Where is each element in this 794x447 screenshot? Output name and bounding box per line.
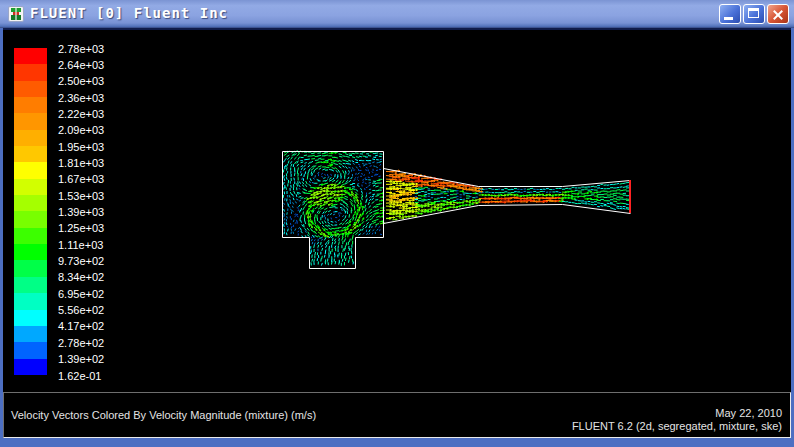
colorbar-segment	[14, 310, 47, 326]
colorbar-segment	[14, 326, 47, 342]
colorbar-segment	[14, 130, 47, 146]
fluent-window: FLUENT [0] Fluent Inc 2.78e+032.64e+032.…	[0, 0, 794, 447]
colorbar-segment	[14, 48, 47, 64]
legend-label: 2.22e+03	[58, 108, 104, 120]
date-label: May 22, 2010	[572, 407, 782, 420]
colorbar-segment	[14, 64, 47, 80]
colorbar-segment	[14, 244, 47, 260]
colorbar-segment	[14, 211, 47, 227]
legend-label: 4.17e+02	[58, 320, 104, 332]
colorbar-segment	[14, 293, 47, 309]
colorbar-segment	[14, 277, 47, 293]
colorbar-segment	[14, 359, 47, 375]
caption-right-block: May 22, 2010 FLUENT 6.2 (2d, segregated,…	[572, 407, 782, 433]
legend-label: 2.50e+03	[58, 75, 104, 87]
legend-label: 1.53e+03	[58, 190, 104, 202]
legend-label: 5.56e+02	[58, 304, 104, 316]
title-bar[interactable]: FLUENT [0] Fluent Inc	[0, 0, 794, 28]
window-controls	[719, 4, 789, 24]
colorbar	[14, 48, 47, 375]
legend-label: 8.34e+02	[58, 271, 104, 283]
window-border-left	[0, 28, 3, 438]
legend-label: 1.67e+03	[58, 173, 104, 185]
legend-label: 2.64e+03	[58, 59, 104, 71]
legend-label: 1.25e+03	[58, 222, 104, 234]
legend-label: 2.78e+02	[58, 337, 104, 349]
legend-label: 2.36e+03	[58, 92, 104, 104]
colorbar-segment	[14, 162, 47, 178]
colorbar-segment	[14, 81, 47, 97]
plot-caption: Velocity Vectors Colored By Velocity Mag…	[11, 409, 316, 421]
colorbar-segment	[14, 228, 47, 244]
legend-label: 1.11e+03	[58, 239, 103, 251]
colorbar-segment	[14, 97, 47, 113]
close-button[interactable]	[767, 4, 789, 24]
legend-label: 1.62e-01	[58, 370, 101, 382]
fluent-logo-icon	[8, 6, 24, 22]
window-title: FLUENT [0] Fluent Inc	[30, 5, 228, 21]
legend-label: 1.81e+03	[58, 157, 104, 169]
legend-label: 1.95e+03	[58, 141, 104, 153]
legend-labels: 2.78e+032.64e+032.50e+032.36e+032.22e+03…	[58, 30, 128, 392]
colorbar-segment	[14, 146, 47, 162]
colorbar-segment	[14, 113, 47, 129]
maximize-button[interactable]	[743, 4, 765, 24]
window-border-bottom	[0, 438, 794, 447]
velocity-vector-plot	[266, 136, 646, 286]
colorbar-segment	[14, 195, 47, 211]
colorbar-segment	[14, 260, 47, 276]
legend-label: 2.78e+03	[58, 43, 104, 55]
legend-label: 1.39e+03	[58, 206, 104, 218]
caption-panel: Velocity Vectors Colored By Velocity Mag…	[3, 392, 791, 438]
solver-label: FLUENT 6.2 (2d, segregated, mixture, ske…	[572, 420, 782, 433]
legend-label: 1.39e+02	[58, 353, 104, 365]
minimize-button[interactable]	[719, 4, 741, 24]
legend-label: 9.73e+02	[58, 255, 104, 267]
graphics-viewport[interactable]: 2.78e+032.64e+032.50e+032.36e+032.22e+03…	[3, 30, 791, 392]
colorbar-segment	[14, 342, 47, 358]
legend-label: 6.95e+02	[58, 288, 104, 300]
colorbar-segment	[14, 179, 47, 195]
legend-label: 2.09e+03	[58, 124, 104, 136]
